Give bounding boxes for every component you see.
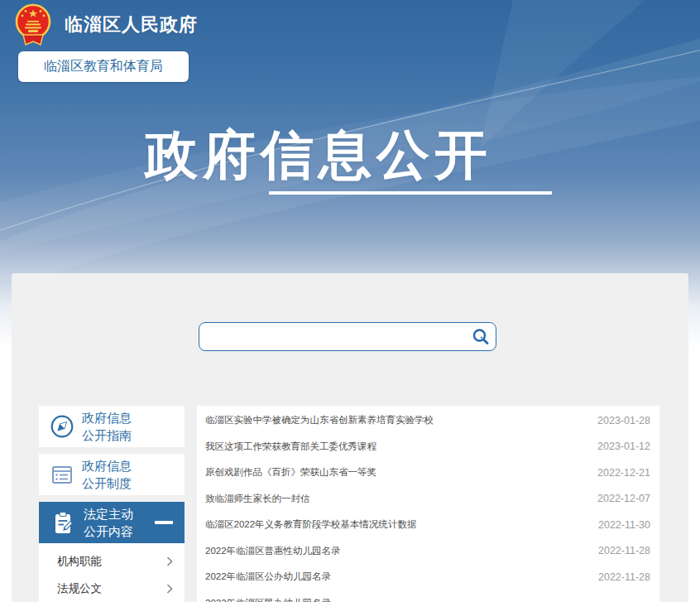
news-date: 2022-11-28 xyxy=(598,571,650,583)
news-row: 2022年临淄区公办幼儿园名录 2022-11-28 xyxy=(197,564,659,590)
site-title: 临淄区人民政府 xyxy=(65,12,198,37)
national-emblem-logo xyxy=(13,2,53,46)
sidebar-item-label: 政府信息 公开指南 xyxy=(82,409,132,444)
subitem-label: 机构职能 xyxy=(57,554,102,569)
sidebar-item-statutory-disclosure[interactable]: 法定主动 公开内容 xyxy=(39,502,185,543)
news-row: 原创戏剧作品《百折》荣获山东省一等奖 2022-12-21 xyxy=(197,460,659,486)
news-date: 2022-11-28 xyxy=(598,545,650,556)
search-button[interactable] xyxy=(466,323,496,350)
news-row: 临淄区2022年义务教育阶段学校基本情况统计数据 2022-11-30 xyxy=(197,512,659,538)
sidebar-subitem-regulations[interactable]: 法规公文 xyxy=(39,575,185,602)
news-title-link[interactable]: 2022年临淄区普惠性幼儿园名录 xyxy=(205,545,341,557)
chevron-right-icon xyxy=(166,556,173,566)
news-title-link[interactable]: 我区这项工作荣获教育部关工委优秀课程 xyxy=(205,441,376,453)
news-title-link[interactable]: 致临淄师生家长的一封信 xyxy=(205,493,310,505)
news-date: 2022-12-07 xyxy=(597,493,650,504)
sidebar-item-label: 法定主动 公开内容 xyxy=(84,505,133,540)
sidebar-item-label: 政府信息 公开制度 xyxy=(82,457,132,492)
clipboard-pen-icon xyxy=(50,509,76,536)
news-title-link[interactable]: 原创戏剧作品《百折》荣获山东省一等奖 xyxy=(205,466,376,479)
search-input[interactable] xyxy=(199,323,466,350)
sidebar-item-disclosure-system[interactable]: 政府信息 公开制度 xyxy=(39,454,185,495)
news-row: 致临淄师生家长的一封信 2022-12-07 xyxy=(197,486,659,513)
document-lines-icon xyxy=(50,462,74,487)
sidebar-item-disclosure-guide[interactable]: 政府信息 公开指南 xyxy=(39,406,185,447)
search-icon xyxy=(471,327,491,347)
chevron-right-icon xyxy=(166,584,173,594)
news-row: 2022年临淄区普惠性幼儿园名录 2022-11-28 xyxy=(197,538,659,565)
news-row: 临淄区实验中学被确定为山东省创新素养培育实验学校 2023-01-28 xyxy=(197,407,659,434)
subitem-label: 法规公文 xyxy=(57,581,102,596)
department-button[interactable]: 临淄区教育和体育局 xyxy=(18,51,189,82)
news-title-link[interactable]: 2022年临淄区公办幼儿园名录 xyxy=(205,571,331,583)
news-date: 2023-01-28 xyxy=(597,415,650,426)
news-title-link[interactable]: 临淄区实验中学被确定为山东省创新素养培育实验学校 xyxy=(205,414,434,426)
news-title-link[interactable]: 2022年临淄区民办幼儿园名录 xyxy=(205,597,331,602)
news-title-link[interactable]: 临淄区2022年义务教育阶段学校基本情况统计数据 xyxy=(205,518,417,531)
news-row: 2022年临淄区民办幼儿园名录 xyxy=(197,590,659,602)
news-list: 临淄区实验中学被确定为山东省创新素养培育实验学校 2023-01-28 我区这项… xyxy=(197,406,659,602)
news-date: 2023-01-12 xyxy=(597,441,650,452)
page-title: 政府信息公开 xyxy=(0,119,637,191)
collapse-minus-icon xyxy=(155,521,173,524)
news-date: 2022-11-30 xyxy=(598,519,650,531)
news-date: 2022-12-21 xyxy=(597,467,650,479)
sidebar-submenu: 机构职能 法规公文 xyxy=(39,543,185,602)
compass-icon xyxy=(50,414,74,439)
news-row: 我区这项工作荣获教育部关工委优秀课程 2023-01-12 xyxy=(197,434,659,460)
sidebar-subitem-org-functions[interactable]: 机构职能 xyxy=(39,547,185,575)
search-bar xyxy=(199,322,496,351)
department-button-label: 临淄区教育和体育局 xyxy=(44,58,163,75)
title-underline xyxy=(269,191,552,195)
